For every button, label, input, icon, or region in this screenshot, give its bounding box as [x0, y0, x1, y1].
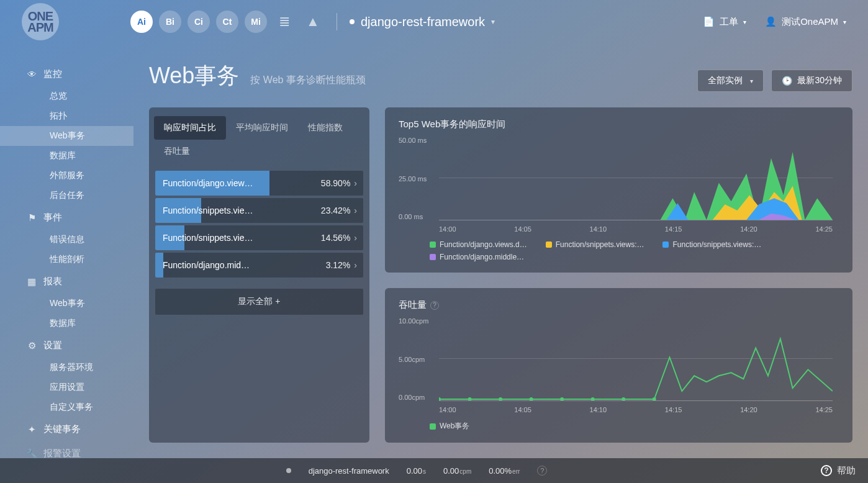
chart-plot[interactable]: [439, 317, 833, 401]
sidebar-item[interactable]: Web事务: [0, 294, 133, 314]
chart-plot[interactable]: [439, 137, 833, 220]
nav-bi[interactable]: Bi: [159, 11, 181, 33]
sidebar-item[interactable]: 拓扑: [0, 106, 133, 126]
legend-label: Function/snippets.views:…: [672, 240, 761, 249]
sidebar-group[interactable]: ✦关键事务: [0, 417, 133, 441]
help-icon[interactable]: ?: [537, 466, 547, 476]
y-axis: 50.00 ms 25.00 ms 0.00 ms: [399, 137, 436, 220]
svg-point-2: [439, 397, 441, 400]
show-all-button[interactable]: 显示全部 +: [155, 289, 363, 315]
page-subtitle: 按 Web 事务诊断性能瓶颈: [250, 74, 366, 87]
legend-label: Web事务: [440, 421, 469, 431]
legend-label: Function/django.views.d…: [440, 240, 527, 249]
alert-icon[interactable]: ▲: [302, 11, 324, 33]
transaction-row[interactable]: Function/snippets.vie… 23.42% ›: [155, 198, 363, 223]
sidebar-group-label: 关键事务: [43, 423, 81, 435]
ytick: 0.00cpm: [399, 394, 436, 401]
wrench-icon: 🔧: [26, 448, 37, 459]
ytick: 50.00 ms: [399, 137, 436, 144]
timerange-label: 最新30分钟: [797, 75, 842, 86]
nav-ci[interactable]: Ci: [188, 11, 210, 33]
header-right: 📄 工单 ▾ 👤 测试OneAPM ▾: [703, 16, 846, 28]
sidebar-item[interactable]: 服务器环境: [0, 358, 133, 377]
svg-point-8: [622, 397, 625, 400]
nav-mi[interactable]: Mi: [245, 11, 267, 33]
svg-point-6: [560, 397, 564, 400]
chevron-down-icon: ▾: [843, 19, 846, 25]
user-label: 测试OneAPM: [782, 16, 838, 28]
xtick: 14:05: [514, 225, 531, 233]
transaction-name: Function/django.mid…: [163, 260, 326, 270]
svg-point-5: [530, 397, 533, 400]
sidebar-item[interactable]: 数据库: [0, 146, 133, 166]
sidebar-group[interactable]: 👁监控: [0, 62, 133, 86]
sidebar-item[interactable]: 数据库: [0, 314, 133, 333]
footer: django-rest-framework 0.00s 0.00cpm 0.00…: [0, 458, 868, 483]
sidebar-group[interactable]: ⚑事件: [0, 205, 133, 230]
legend-item[interactable]: Web事务: [430, 421, 469, 431]
timerange-selector[interactable]: 🕑 最新30分钟: [771, 70, 852, 92]
sidebar-item[interactable]: 错误信息: [0, 230, 133, 250]
sidebar-item[interactable]: Web事务: [0, 126, 133, 146]
transaction-row[interactable]: Function/snippets.vie… 14.56% ›: [155, 225, 363, 250]
legend-swatch: [430, 242, 436, 248]
xtick: 14:15: [665, 406, 682, 413]
chevron-right-icon: ›: [354, 178, 357, 188]
sidebar-group[interactable]: ▦报表: [0, 269, 133, 294]
sidebar-item[interactable]: 自定义事务: [0, 397, 133, 417]
page-title: Web事务: [149, 61, 239, 91]
clock-icon: 🕑: [782, 76, 792, 86]
xtick: 14:05: [514, 406, 531, 413]
metric-tab[interactable]: 性能指数: [298, 116, 353, 140]
instance-selector[interactable]: 全部实例: [697, 70, 764, 92]
metric-tab[interactable]: 平均响应时间: [226, 116, 298, 140]
transaction-row[interactable]: Function/django.view… 58.90% ›: [155, 171, 363, 196]
logo[interactable]: ONE APM: [22, 3, 59, 40]
sidebar-item[interactable]: 应用设置: [0, 377, 133, 397]
legend-label: Function/snippets.views:…: [556, 240, 644, 249]
legend-item[interactable]: Function/django.middle…: [430, 253, 524, 261]
xtick: 14:00: [439, 406, 456, 413]
xtick: 14:10: [590, 406, 607, 413]
server-icon[interactable]: ≣: [273, 11, 296, 33]
footer-stat: 0.00s: [407, 466, 426, 476]
chart-title: Top5 Web事务的响应时间: [399, 119, 839, 130]
legend-item[interactable]: Function/snippets.views:…: [662, 240, 761, 249]
nav-ai[interactable]: Ai: [130, 11, 153, 33]
help-icon[interactable]: ?: [430, 301, 439, 310]
sidebar-item[interactable]: 总览: [0, 86, 133, 106]
sidebar-item[interactable]: 外部服务: [0, 166, 133, 186]
nav-ct[interactable]: Ct: [216, 11, 238, 33]
chart-throughput: 吞吐量 ? 10.00cpm 5.00cpm 0.00cpm: [385, 288, 852, 443]
ticket-menu[interactable]: 📄 工单 ▾: [703, 16, 746, 28]
help-icon: ?: [821, 465, 832, 476]
legend-item[interactable]: Function/snippets.views:…: [546, 240, 644, 249]
legend-item[interactable]: Function/django.views.d…: [430, 240, 527, 249]
eye-icon: 👁: [26, 69, 37, 79]
table-icon: ▦: [26, 276, 37, 287]
metric-tabs: 响应时间占比平均响应时间性能指数吞吐量: [149, 107, 369, 168]
app-selector[interactable]: django-rest-framework ▾: [350, 15, 495, 29]
ytick: 0.00 ms: [399, 213, 436, 220]
transaction-list-card: 响应时间占比平均响应时间性能指数吞吐量 Function/django.view…: [149, 107, 369, 443]
ytick: 5.00cpm: [399, 356, 436, 363]
user-icon: 👤: [765, 16, 777, 27]
legend: Function/django.views.d…Function/snippet…: [399, 240, 839, 261]
transaction-row[interactable]: Function/django.mid… 3.12% ›: [155, 253, 363, 278]
legend-swatch: [430, 423, 436, 430]
sidebar-group-label: 监控: [43, 68, 62, 80]
metric-tab[interactable]: 响应时间占比: [154, 116, 226, 140]
app-name-label: django-rest-framework: [361, 15, 485, 29]
ytick: 25.00 ms: [399, 175, 436, 183]
user-menu[interactable]: 👤 测试OneAPM ▾: [765, 16, 846, 28]
sidebar-item[interactable]: 后台任务: [0, 186, 133, 205]
legend: Web事务: [399, 421, 839, 431]
svg-point-9: [653, 397, 656, 400]
transaction-rows: Function/django.view… 58.90% › Function/…: [149, 168, 369, 289]
sidebar-group[interactable]: ⚙设置: [0, 333, 133, 358]
sidebar-group-label: 设置: [43, 340, 62, 351]
help-button[interactable]: ? 帮助: [821, 465, 856, 477]
sidebar-item[interactable]: 性能剖析: [0, 250, 133, 269]
metric-tab[interactable]: 吞吐量: [154, 140, 200, 163]
x-axis: 14:00 14:05 14:10 14:15 14:20 14:25: [439, 225, 833, 233]
